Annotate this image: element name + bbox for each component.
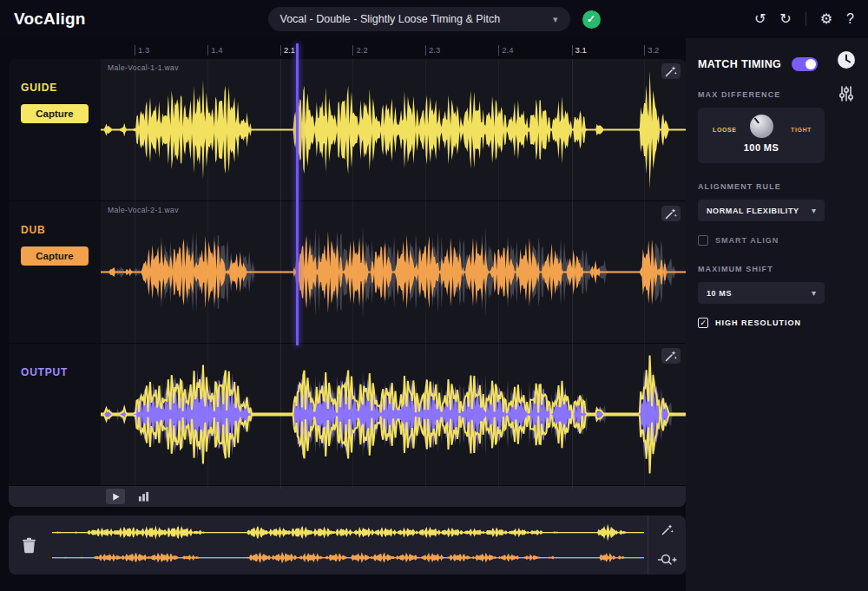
clear-audio-button[interactable] xyxy=(20,535,38,555)
track-guide-header: GUIDE Capture xyxy=(9,59,101,200)
header-center: Vocal - Double - Slightly Loose Timing &… xyxy=(161,7,707,31)
chevron-down-icon: ▾ xyxy=(812,288,816,298)
overview-waveform-dub xyxy=(52,547,644,568)
match-timing-label: MATCH TIMING xyxy=(698,58,781,70)
track-output: OUTPUT xyxy=(9,344,686,486)
help-button[interactable]: ? xyxy=(846,12,854,26)
wand-icon xyxy=(665,65,677,77)
checkbox-checked: ✓ xyxy=(698,318,708,328)
tight-label: TIGHT xyxy=(791,127,812,133)
undo-button[interactable]: ↺ xyxy=(754,12,766,26)
waveform-path xyxy=(52,552,644,564)
smart-align-checkbox[interactable]: SMART ALIGN xyxy=(698,235,856,246)
energy-profile-button[interactable] xyxy=(661,348,681,364)
ruler-tick: 3.1 xyxy=(572,45,587,56)
ruler-tick: 2.3 xyxy=(425,45,440,56)
track-output-waveform[interactable] xyxy=(101,344,686,485)
max-difference-knob[interactable] xyxy=(750,115,773,138)
timeline-ruler: 1.31.42.12.22.32.43.13.2 xyxy=(101,43,686,59)
track-filename: Male-Vocal-2-1.wav xyxy=(108,206,179,214)
wand-icon xyxy=(665,207,677,220)
alignment-rule-value: NORMAL FLEXIBILITY xyxy=(707,207,799,215)
match-timing-row: MATCH TIMING xyxy=(698,57,856,71)
overview-guide-row xyxy=(52,522,644,543)
overview-waveforms[interactable] xyxy=(49,515,648,575)
waveform-guide xyxy=(101,59,686,200)
waveform-path xyxy=(52,524,644,542)
maximum-shift-select[interactable]: 10 MS ▾ xyxy=(698,282,825,304)
overview-waveform-guide xyxy=(52,522,644,543)
sidebar: MATCH TIMING MAX DIFFERENCE LOOSE TIGHT … xyxy=(686,38,868,591)
header-actions: ↺ ↻ ⚙ ? xyxy=(707,12,854,26)
energy-profile-button[interactable] xyxy=(661,63,681,79)
history-button[interactable] xyxy=(835,49,858,71)
waveform-dub xyxy=(101,201,686,343)
waveform-path xyxy=(101,71,686,189)
track-dub: DUB Capture Male-Vocal-2-1.wav xyxy=(9,201,686,344)
track-dub-waveform[interactable]: Male-Vocal-2-1.wav xyxy=(101,201,686,343)
app-logo: VocAlign xyxy=(14,10,161,29)
advanced-settings-button[interactable] xyxy=(837,83,856,104)
content: 1.31.42.12.22.32.43.13.2 GUIDE Capture M… xyxy=(0,38,868,591)
smart-align-label: SMART ALIGN xyxy=(715,236,779,245)
preset-label: Vocal - Double - Slightly Loose Timing &… xyxy=(280,13,501,25)
track-dub-header: DUB Capture xyxy=(9,201,101,343)
align-button[interactable] xyxy=(660,522,675,537)
track-output-header: OUTPUT xyxy=(9,344,101,485)
alignment-rule-label: ALIGNMENT RULE xyxy=(698,182,856,191)
energy-profile-button[interactable] xyxy=(661,206,681,221)
high-resolution-checkbox[interactable]: ✓ HIGH RESOLUTION xyxy=(698,318,856,328)
capture-button-guide[interactable]: Capture xyxy=(21,104,89,123)
zoom-icon xyxy=(657,553,678,567)
ruler-tick: 2.2 xyxy=(352,45,367,56)
preset-dropdown[interactable]: Vocal - Double - Slightly Loose Timing &… xyxy=(268,7,570,31)
track-name: OUTPUT xyxy=(21,366,68,378)
zoom-control[interactable] xyxy=(655,551,680,568)
ruler-tick: 2.1 xyxy=(280,45,295,56)
vocalign-window: VocAlign Vocal - Double - Slightly Loose… xyxy=(0,0,868,591)
max-difference-panel: LOOSE TIGHT 100 MS xyxy=(698,108,825,163)
ruler-tick: 3.2 xyxy=(644,45,659,56)
overview-right xyxy=(648,515,686,575)
checkbox-unchecked xyxy=(698,235,708,246)
chevron-down-icon: ▾ xyxy=(812,206,816,215)
tracks-panel: GUIDE Capture Male-Vocal-1-1.wav DUB xyxy=(9,59,686,507)
status-ok-icon: ✓ xyxy=(582,10,601,29)
ruler-tick: 1.3 xyxy=(135,45,149,56)
toggle-knob xyxy=(806,59,816,69)
clock-icon xyxy=(837,50,856,69)
editor-area: 1.31.42.12.22.32.43.13.2 GUIDE Capture M… xyxy=(0,38,686,591)
bar-chart-icon xyxy=(138,491,149,502)
track-name: GUIDE xyxy=(21,82,57,94)
play-icon xyxy=(111,492,121,502)
levels-button[interactable] xyxy=(134,489,153,504)
max-difference-value: 100 MS xyxy=(744,142,779,153)
overview-panel xyxy=(9,515,686,575)
overview-left xyxy=(9,515,49,575)
sliders-icon xyxy=(838,85,854,102)
track-filename: Male-Vocal-1-1.wav xyxy=(108,63,179,72)
play-button[interactable] xyxy=(106,489,125,504)
alignment-rule-select[interactable]: NORMAL FLEXIBILITY ▾ xyxy=(698,200,825,221)
divider xyxy=(806,12,806,26)
sidebar-icons xyxy=(835,49,858,104)
redo-button[interactable]: ↻ xyxy=(779,12,791,26)
maximum-shift-value: 10 MS xyxy=(707,289,732,298)
transport-bar xyxy=(9,486,686,507)
settings-button[interactable]: ⚙ xyxy=(820,12,832,26)
wand-icon xyxy=(661,523,674,535)
chevron-down-icon: ▾ xyxy=(553,14,558,25)
capture-button-dub[interactable]: Capture xyxy=(21,246,89,266)
waveform-output xyxy=(101,344,686,485)
match-timing-toggle[interactable] xyxy=(792,57,818,71)
ruler-tick: 1.4 xyxy=(207,45,222,56)
wand-icon xyxy=(665,350,677,362)
playhead[interactable] xyxy=(296,43,299,345)
track-guide-waveform[interactable]: Male-Vocal-1-1.wav xyxy=(101,59,686,200)
overview-dub-row xyxy=(52,547,644,568)
waveform-path xyxy=(101,370,686,459)
loose-label: LOOSE xyxy=(713,127,737,133)
waveform-path xyxy=(101,231,686,313)
ruler-tick: 2.4 xyxy=(498,45,513,56)
max-difference-label: MAX DIFFERENCE xyxy=(698,90,856,99)
